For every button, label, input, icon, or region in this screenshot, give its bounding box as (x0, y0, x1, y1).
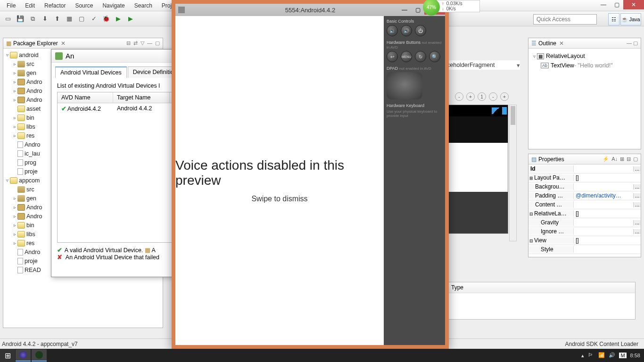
new-icon[interactable]: ▭ (3, 14, 13, 24)
emulator-titlebar[interactable]: 5554:Android4.4.2 — ▢ ✕ (175, 4, 445, 16)
close-button[interactable]: ✕ (623, 0, 644, 9)
tree-item[interactable]: src (26, 61, 34, 67)
menu-file[interactable]: File (2, 2, 20, 9)
tree-item[interactable]: Andro (26, 97, 42, 103)
zoom-fit-icon[interactable]: - (489, 92, 497, 101)
collapse-all-icon[interactable]: ⊟ (126, 40, 131, 46)
zoom-100-icon[interactable]: 1 (478, 92, 486, 101)
tree-item[interactable]: Andro (26, 79, 42, 85)
hide-icon[interactable]: ▢ (633, 156, 638, 162)
tree-item[interactable]: src (26, 186, 34, 193)
tree-project[interactable]: appcom (19, 177, 40, 184)
outline-row[interactable]: ▿▦RelativeLayout (531, 51, 638, 61)
volume-up-button[interactable]: 🔊 (401, 25, 412, 36)
filter-icon[interactable]: ⚡ (603, 156, 609, 162)
tray-expand-icon[interactable]: ▴ (581, 353, 584, 359)
tree-item[interactable]: prog (25, 159, 36, 166)
maximize-button[interactable]: ▢ (610, 0, 623, 9)
tree-item[interactable]: libs (26, 123, 35, 130)
collapse-icon[interactable]: ⊟ (627, 156, 631, 162)
layout-preview[interactable] (447, 105, 508, 234)
property-row[interactable]: ⊟RelativeLa…[] (528, 209, 641, 218)
zoom-real-icon[interactable]: + (500, 92, 509, 101)
properties-tab[interactable]: ▤ Properties ⚡ A↓ ⊞ ⊟ ▢ (528, 154, 641, 165)
close-tab-icon[interactable]: ✕ (559, 40, 564, 47)
property-edit-button[interactable]: … (633, 193, 641, 198)
save-all-icon[interactable]: ⧉ (27, 14, 38, 24)
android-sdk-icon[interactable]: ▦ (64, 14, 74, 24)
dpad-control[interactable] (387, 72, 422, 99)
debug-icon[interactable]: 🐞 (101, 14, 111, 24)
zoom-out-icon[interactable]: - (455, 92, 463, 101)
search-button[interactable]: 🔍 (429, 51, 440, 62)
open-perspective-button[interactable]: ☷ (608, 13, 619, 25)
volume-down-button[interactable]: 🔉 (387, 25, 398, 36)
tree-item[interactable]: Andro (25, 249, 40, 255)
menu-button[interactable]: MENU (401, 51, 412, 62)
java-perspective-button[interactable]: ☕Java (620, 13, 641, 25)
tree-item[interactable]: libs (26, 231, 35, 238)
property-edit-button[interactable]: … (633, 202, 641, 207)
tree-item[interactable]: Andro (26, 88, 42, 94)
property-row[interactable]: Style (528, 245, 641, 254)
tree-item[interactable]: proje (25, 258, 38, 264)
avd-manager-icon[interactable]: ▢ (76, 14, 87, 24)
property-edit-button[interactable]: … (633, 166, 641, 172)
home-button[interactable]: ↻ (415, 51, 426, 62)
network-icon[interactable]: 📶 (598, 352, 605, 359)
ime-indicator[interactable]: M (619, 353, 626, 358)
avd-col-name[interactable]: AVD Name (58, 92, 113, 103)
property-edit-button[interactable]: … (633, 229, 641, 234)
property-row[interactable]: Content …… (528, 200, 641, 209)
tree-item[interactable]: res (26, 240, 34, 247)
export-icon[interactable]: ⬆ (52, 14, 62, 24)
property-row[interactable]: Backgrou…… (528, 182, 641, 191)
maximize-view-icon[interactable]: ▢ (155, 40, 160, 46)
property-row[interactable]: Gravity… (528, 218, 641, 227)
emulator-screen[interactable]: Voice actions disabled in this preview S… (175, 16, 384, 345)
outline-tab[interactable]: ☰ Outline ✕ — ▢ (528, 38, 641, 49)
tree-item[interactable]: res (26, 132, 34, 139)
menu-edit[interactable]: Edit (20, 2, 40, 9)
minimize-button[interactable]: — (597, 0, 610, 9)
outline-row[interactable]: AbTextView - "Hello world!" (531, 61, 638, 70)
taskbar-app-emulator[interactable] (32, 349, 47, 362)
property-edit-button[interactable]: … (633, 220, 641, 225)
problems-panel[interactable]: Type (447, 282, 636, 320)
avd-col-target[interactable]: Target Name (113, 92, 170, 103)
view-menu-icon[interactable]: ▽ (140, 40, 144, 46)
network-monitor-widget[interactable]: 47% ↑ 0.03K/s ↓ 0K/s (434, 0, 480, 12)
clock[interactable]: 8:58 (630, 353, 640, 358)
property-edit-button[interactable]: … (633, 184, 641, 189)
menu-search[interactable]: Search (130, 2, 157, 9)
lint-icon[interactable]: ✓ (89, 14, 99, 24)
property-row[interactable]: Id… (528, 165, 641, 173)
import-icon[interactable]: ⬇ (40, 14, 50, 24)
tree-item[interactable]: proje (25, 168, 38, 175)
close-tab-icon[interactable]: ✕ (61, 40, 66, 47)
taskbar-app-eclipse[interactable] (16, 349, 31, 362)
tree-item[interactable]: Andro (26, 213, 42, 220)
tab-android-virtual-devices[interactable]: Android Virtual Devices (55, 66, 127, 78)
show-advanced-icon[interactable]: ⊞ (620, 156, 624, 162)
minimize-view-icon[interactable]: — (147, 40, 152, 46)
link-editor-icon[interactable]: ⇄ (133, 40, 138, 46)
property-row[interactable]: Padding …@dimen/activity…… (528, 191, 641, 200)
preview-scrollbar[interactable] (509, 105, 517, 241)
run-last-icon[interactable]: ▶ (125, 14, 136, 24)
back-button[interactable]: ↩ (387, 51, 398, 62)
tree-item[interactable]: gen (26, 195, 36, 202)
column-type[interactable]: Type (447, 282, 635, 293)
menu-source[interactable]: Source (70, 2, 98, 9)
menu-navigate[interactable]: Navigate (98, 2, 129, 9)
tree-item[interactable]: Andro (26, 204, 42, 211)
flag-icon[interactable]: 🏳 (588, 352, 594, 359)
tree-item[interactable]: asset (26, 106, 41, 112)
property-row[interactable]: Ignore …… (528, 227, 641, 236)
tree-item[interactable]: Andro (25, 141, 40, 148)
emulator-maximize-button[interactable]: ▢ (411, 5, 424, 15)
tree-item[interactable]: ic_lau (25, 150, 40, 157)
zoom-in-icon[interactable]: + (466, 92, 475, 101)
save-icon[interactable]: 💾 (15, 14, 25, 24)
tree-item[interactable]: bin (26, 222, 34, 229)
